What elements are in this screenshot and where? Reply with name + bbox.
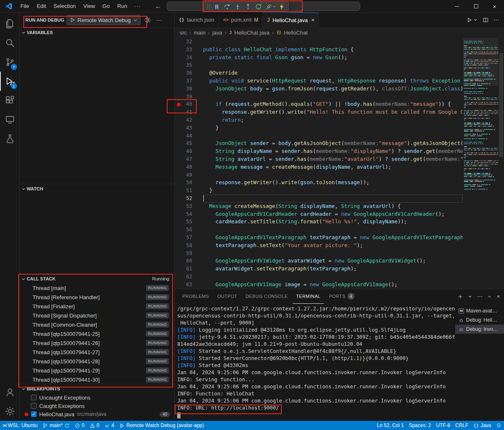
code-line-52[interactable]: 52 [175,195,463,202]
gutter-line-41[interactable]: 41 [175,108,203,116]
terminal-list-item[interactable]: Debug: Hell… [455,315,504,325]
code-text[interactable]: JsonObject sender = body.getAsJsonObject… [203,140,463,148]
menu-edit[interactable]: Edit [33,3,50,9]
breakpoints-section-header[interactable]: BREAKPOINTS [20,384,174,393]
code-text[interactable]: GoogleAppsCardV1TextParagraph textParagr… [203,234,463,242]
code-editor[interactable]: 3233public class HelloChat implements Ht… [175,38,504,289]
breadcrumb-item[interactable]: java [212,30,222,36]
breadcrumb-item[interactable]: main [194,30,206,36]
code-text[interactable] [203,38,463,46]
menu-view[interactable]: View [80,3,99,9]
gutter-line-53[interactable]: 53 [175,202,203,210]
activity-source-control[interactable]: 7 [0,52,20,72]
minimize-button[interactable] [448,0,466,12]
code-text[interactable]: public void service(HttpRequest request,… [203,77,463,85]
activity-search[interactable] [0,33,20,52]
panel-tab-terminal[interactable]: TERMINAL [293,289,324,304]
breakpoint-checkbox[interactable]: ✓ [31,411,37,417]
scrollbar-slider[interactable] [499,53,503,157]
restart-button[interactable] [253,2,263,12]
editor-tab-pom-xml[interactable]: <>pom.xmlM [219,12,263,27]
menu-overflow[interactable]: ··· [131,3,144,9]
gutter-line-45[interactable]: 45 [175,140,203,148]
terminal-profile-chevron-icon[interactable] [468,294,472,299]
gutter-line-59[interactable]: 59 [175,250,203,258]
code-line-59[interactable]: 59 [175,250,463,258]
code-line-63[interactable]: 63 GoogleAppsCardV1Image image = new Goo… [175,281,463,289]
menu-selection[interactable]: Selection [50,3,79,9]
status-main[interactable]: main* [40,421,72,430]
code-line-33[interactable]: 33public class HelloChat implements Http… [175,46,463,54]
gutter-line-39[interactable]: 39 [175,93,203,101]
breadcrumb-item[interactable]: HelloChat.java [234,30,270,36]
code-text[interactable]: Message message = createMessage(displayN… [203,163,463,171]
code-text[interactable] [203,93,463,101]
callstack-thread-row[interactable]: Thread [Reference Handler]RUNNING [20,292,174,302]
code-text[interactable] [203,226,463,234]
editor-tab-hellochat-java[interactable]: JHelloChat.java× [263,12,319,27]
code-text[interactable]: avatarWidget.setTextParagraph(textParagr… [203,265,463,273]
breadcrumb-item[interactable]: HelloChat [284,30,308,36]
code-line-50[interactable]: 50 response.getWriter().write(gson.toJso… [175,179,463,187]
code-line-54[interactable]: 54 GoogleAppsCardV1CardHeader cardHeader… [175,210,463,218]
gutter-line-55[interactable]: 55 [175,218,203,226]
breakpoint-row[interactable]: Uncaught Exceptions [20,393,174,402]
code-text[interactable]: GoogleAppsCardV1Image image = new Google… [203,281,463,289]
code-line-32[interactable]: 32 [175,38,463,46]
code-line-37[interactable]: 37 public void service(HttpRequest reque… [175,77,463,85]
watch-section-header[interactable]: WATCH [20,184,174,193]
terminal-list-item[interactable]: Debug: Invo… [455,325,504,334]
start-debug-icon[interactable] [70,17,75,23]
editor-more-actions-icon[interactable]: ⋯ [494,17,499,23]
variables-section-header[interactable]: VARIABLES [20,28,174,37]
code-lines[interactable]: 3233public class HelloChat implements Ht… [175,38,463,289]
status-crlf[interactable]: CRLF [453,421,471,430]
gutter-line-56[interactable]: 56 [175,226,203,234]
close-tab-icon[interactable]: × [311,17,314,23]
gutter-line-63[interactable]: 63 [175,281,203,289]
code-text[interactable] [203,132,463,140]
back-icon[interactable]: ← [155,2,161,10]
code-line-57[interactable]: 57 GoogleAppsCardV1TextParagraph textPar… [175,234,463,242]
activity-accounts[interactable] [0,382,20,402]
code-line-43[interactable]: 43 } [175,124,463,132]
pause-button[interactable] [211,2,222,12]
step-into-button[interactable] [232,2,243,12]
gutter-line-32[interactable]: 32 [175,38,203,46]
code-text[interactable] [203,250,463,258]
code-line-48[interactable]: 48 Message message = createMessage(displ… [175,163,463,171]
breadcrumb-item[interactable]: src [180,30,187,36]
code-text[interactable]: return; [203,116,463,124]
callstack-thread-row[interactable]: Thread [main]RUNNING [20,283,174,292]
menu-run[interactable]: Run [113,3,131,9]
code-line-62[interactable]: 62 [175,273,463,281]
gutter-line-34[interactable]: 34 [175,54,203,62]
code-line-60[interactable]: 60 GoogleAppsCardV1Widget avatarWidget =… [175,257,463,265]
gutter-line-52[interactable]: 52 [175,195,203,202]
panel-tab-debug-console[interactable]: DEBUG CONSOLE [242,289,291,304]
code-text[interactable]: String avatarUrl = sender.has(memberName… [203,155,463,163]
gutter-line-58[interactable]: 58 [175,242,203,250]
code-text[interactable]: public class HelloChat implements HttpFu… [203,46,463,54]
code-line-45[interactable]: 45 JsonObject sender = body.getAsJsonObj… [175,140,463,148]
code-text[interactable]: textParagraph.setText("Your avatar pictu… [203,242,463,250]
code-text[interactable]: GoogleAppsCardV1CardHeader cardHeader = … [203,210,463,218]
gutter-line-50[interactable]: 50 [175,179,203,187]
callstack-thread-row[interactable]: Thread [qtp1500079441-30]RUNNING [20,375,174,384]
gutter-line-57[interactable]: 57 [175,234,203,242]
gear-icon[interactable] [143,15,152,25]
launch-config-dropdown[interactable]: Remote Watch Debug [67,15,140,25]
hot-code-replace-button[interactable] [276,2,287,12]
gutter-line-33[interactable]: 33 [175,46,203,54]
breakpoint-checkbox[interactable] [31,403,37,409]
status-bell[interactable] [494,421,504,430]
editor-tab-launch-json[interactable]: {}launch.json [175,12,219,27]
code-text[interactable]: response.getWriter().write("Hello! This … [203,108,463,116]
callstack-thread-row[interactable]: Thread [Finalizer]RUNNING [20,302,174,311]
activity-testing[interactable] [0,129,20,148]
status-java[interactable]: {}Java [471,421,494,430]
code-line-42[interactable]: 42 return; [175,116,463,124]
activity-explorer[interactable] [0,14,20,33]
code-text[interactable] [203,195,463,202]
status-4[interactable]: 4 [102,421,117,430]
